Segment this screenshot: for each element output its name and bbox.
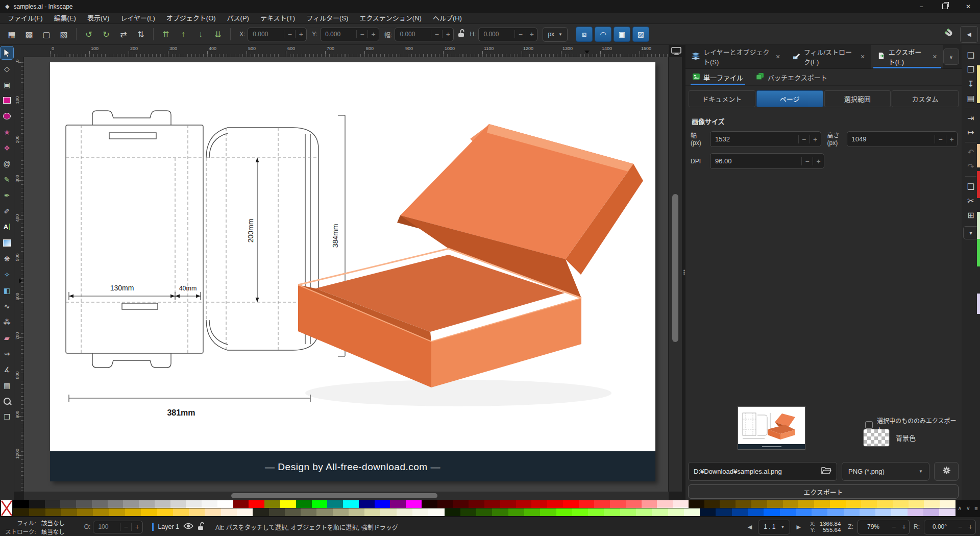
color-swatch[interactable] xyxy=(93,508,109,516)
color-swatch[interactable] xyxy=(531,500,547,508)
redo-icon[interactable]: ↷ xyxy=(964,160,977,173)
color-swatch[interactable] xyxy=(217,500,233,508)
color-swatch[interactable] xyxy=(579,500,595,508)
color-swatch[interactable] xyxy=(657,500,673,508)
color-swatch[interactable] xyxy=(61,508,77,516)
color-swatch[interactable] xyxy=(155,500,170,508)
color-swatch[interactable] xyxy=(547,500,563,508)
display-color-profile-icon[interactable] xyxy=(670,46,683,56)
menu-item[interactable]: 編集(E) xyxy=(48,13,82,24)
color-swatch[interactable] xyxy=(13,508,29,516)
export-dpi-field[interactable]: 96.00−+ xyxy=(710,153,824,169)
node-editor-tool[interactable]: ◇ xyxy=(1,62,13,75)
color-swatch[interactable] xyxy=(249,500,264,508)
fill-stroke-indicator[interactable]: フィル:該当なし ストローク:該当なし xyxy=(5,519,65,535)
background-color-swatch[interactable] xyxy=(863,429,890,447)
color-swatch[interactable] xyxy=(556,508,572,516)
rotate-cw-icon[interactable]: ↻ xyxy=(99,27,114,42)
more-commands-button[interactable]: ▾ xyxy=(963,226,978,239)
color-swatch[interactable] xyxy=(343,500,359,508)
height-field[interactable]: 0.000−+ xyxy=(478,28,537,41)
text-tool[interactable]: A xyxy=(1,221,13,233)
color-swatch[interactable] xyxy=(397,508,412,516)
color-swatch[interactable] xyxy=(492,508,508,516)
color-swatch[interactable] xyxy=(732,508,748,516)
palette-scroll-up-icon[interactable]: ∧ xyxy=(958,505,962,511)
move-gradients-toggle-icon[interactable]: ▣ xyxy=(614,27,630,42)
export-settings-button[interactable] xyxy=(934,462,959,481)
connector-tool[interactable]: ⇝ xyxy=(1,347,13,360)
rotation-decrement[interactable]: − xyxy=(955,523,965,531)
width-field[interactable]: 0.000−+ xyxy=(395,28,454,41)
color-swatch[interactable] xyxy=(76,500,92,508)
color-swatch[interactable] xyxy=(716,508,731,516)
color-swatch[interactable] xyxy=(285,508,301,516)
palette-menu-icon[interactable]: ≡ xyxy=(974,505,977,511)
color-swatch[interactable] xyxy=(673,500,689,508)
color-swatch[interactable] xyxy=(77,508,93,516)
color-swatch[interactable] xyxy=(157,508,173,516)
color-swatch[interactable] xyxy=(764,508,779,516)
color-swatch[interactable] xyxy=(460,508,476,516)
dock-tab-overflow-button[interactable]: ∨ xyxy=(943,48,959,65)
color-swatch[interactable] xyxy=(500,500,516,508)
rotation-field[interactable]: 0.00°−+ xyxy=(924,520,976,534)
color-swatch[interactable] xyxy=(333,508,349,516)
width-decrement[interactable]: − xyxy=(431,30,442,38)
menu-item[interactable]: テキスト(T) xyxy=(255,13,301,24)
color-swatch[interactable] xyxy=(908,508,923,516)
menu-item[interactable]: フィルター(S) xyxy=(301,13,354,24)
pen-tool[interactable]: ✒ xyxy=(1,189,13,202)
raise-icon[interactable]: ↑ xyxy=(176,27,191,42)
rotation-increment[interactable]: + xyxy=(965,523,975,531)
tab-fill-stroke[interactable]: フィル/ストローク(F) ✕ xyxy=(787,45,871,68)
area-document-button[interactable]: ドキュメント xyxy=(689,90,755,107)
collapse-toolbar-button[interactable]: ◀ xyxy=(960,26,978,43)
horizontal-scrollbar-thumb[interactable] xyxy=(231,493,437,498)
height-increment[interactable]: + xyxy=(946,135,957,143)
lpe-tool[interactable]: ▤ xyxy=(1,379,13,392)
color-swatch[interactable] xyxy=(751,500,767,508)
dpi-decrement[interactable]: − xyxy=(801,157,813,165)
panel-splitter-handle[interactable]: ••• xyxy=(682,45,685,500)
pages-tool[interactable]: ❒ xyxy=(1,410,13,423)
current-layer-label[interactable]: Layer 1 xyxy=(158,523,179,530)
lower-icon[interactable]: ↓ xyxy=(193,27,208,42)
width-decrement[interactable]: − xyxy=(798,135,810,143)
color-swatch[interactable] xyxy=(269,508,285,516)
color-swatch[interactable] xyxy=(445,508,460,516)
dropper-tool[interactable]: ✧ xyxy=(1,268,13,281)
color-swatch[interactable] xyxy=(704,500,720,508)
horizontal-ruler[interactable]: 0100200300400500600700800900100011001200… xyxy=(24,45,669,57)
move-patterns-toggle-icon[interactable]: ▨ xyxy=(632,27,649,42)
color-swatch[interactable] xyxy=(170,500,186,508)
color-swatch[interactable] xyxy=(620,508,636,516)
tab-batch-export[interactable]: バッチエクスポート xyxy=(756,69,827,85)
dpi-increment[interactable]: + xyxy=(813,157,824,165)
snap-magnet-icon[interactable] xyxy=(944,28,955,41)
canvas-viewport[interactable]: 130mm 40mm 200mm 384mm 381mm xyxy=(24,57,668,492)
eraser-tool[interactable]: ▰ xyxy=(1,331,13,344)
color-swatch[interactable] xyxy=(264,500,280,508)
color-swatch[interactable] xyxy=(610,500,626,508)
star-tool[interactable]: ★ xyxy=(1,126,13,138)
color-swatch[interactable] xyxy=(893,500,909,508)
tab-export[interactable]: エクスポート(E) ✕ xyxy=(871,45,943,68)
color-swatch[interactable] xyxy=(652,508,668,516)
deselect-icon[interactable]: ▢ xyxy=(39,27,54,42)
color-swatch[interactable] xyxy=(594,500,610,508)
new-document-icon[interactable]: ❏ xyxy=(964,49,977,61)
color-swatch[interactable] xyxy=(205,508,220,516)
color-swatch[interactable] xyxy=(186,500,202,508)
height-decrement[interactable]: − xyxy=(514,30,526,38)
previous-page-button[interactable]: ◀ xyxy=(746,524,754,530)
color-swatch[interactable] xyxy=(237,508,253,516)
zoom-increment[interactable]: + xyxy=(899,523,909,531)
color-swatch[interactable] xyxy=(233,500,249,508)
close-tab-icon[interactable]: ✕ xyxy=(860,54,865,60)
color-swatch[interactable] xyxy=(125,508,141,516)
shape-builder-tool[interactable]: ▣ xyxy=(1,78,13,91)
color-swatch[interactable] xyxy=(844,508,860,516)
opacity-decrement[interactable]: − xyxy=(120,523,131,531)
area-custom-button[interactable]: カスタム xyxy=(892,90,959,107)
